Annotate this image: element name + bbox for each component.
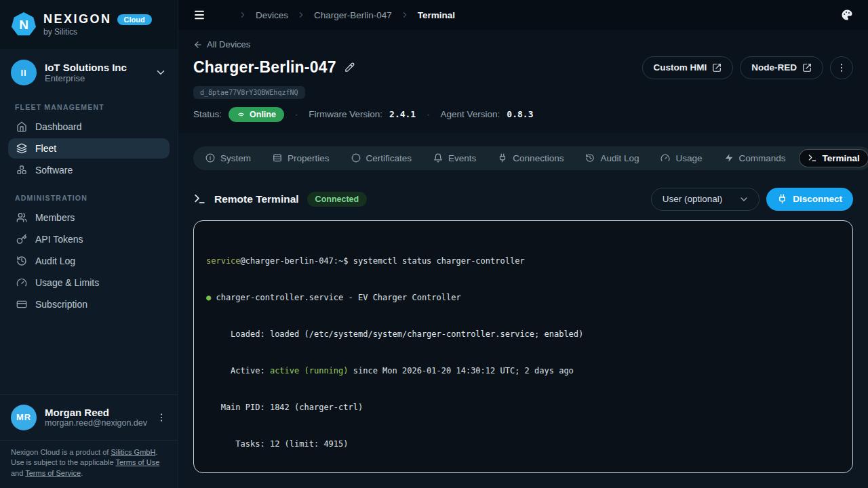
chevron-down-icon	[738, 194, 749, 205]
status-label: Status:	[193, 109, 222, 119]
sidebar-item-usage-limits[interactable]: Usage & Limits	[8, 272, 170, 293]
device-id-badge: d_8ptae77V8rY3QBWEhqzfNQ	[193, 86, 305, 99]
breadcrumb: Devices Charger-Berlin-047 Terminal	[238, 10, 455, 20]
user-email: morgan.reed@nexigon.dev	[45, 418, 147, 428]
tab-connections[interactable]: Connections	[489, 149, 572, 167]
sidebar-item-label: Members	[35, 212, 75, 223]
user-name: Morgan Reed	[45, 407, 147, 418]
device-tabs: System Properties Certificates Events Co…	[193, 146, 868, 170]
tab-events[interactable]: Events	[425, 149, 485, 167]
key-icon	[16, 234, 27, 245]
sidebar-item-fleet[interactable]: Fleet	[8, 138, 170, 159]
firmware-value: 2.4.1	[389, 109, 416, 119]
terminal-icon	[193, 192, 206, 205]
external-link-icon	[802, 63, 812, 73]
cloud-badge: Cloud	[117, 14, 152, 25]
chevron-right-icon	[238, 10, 248, 20]
terminal-title: Remote Terminal	[214, 193, 299, 205]
terminal-output[interactable]: service@charger-berlin-047:~$ systemctl …	[193, 220, 853, 474]
content-area: System Properties Certificates Events Co…	[178, 133, 868, 488]
tab-commands[interactable]: Commands	[715, 149, 795, 167]
wifi-icon	[237, 110, 245, 119]
status-badge: Online	[229, 107, 284, 122]
sidebar-item-software[interactable]: Software	[8, 160, 170, 180]
tab-audit-log[interactable]: Audit Log	[576, 149, 648, 167]
firmware-label: Firmware Version:	[309, 109, 382, 119]
sidebar-item-members[interactable]: Members	[8, 207, 170, 228]
sidebar-item-audit-log[interactable]: Audit Log	[8, 251, 170, 271]
terminal-line: Active: active (running) since Mon 2026-…	[206, 365, 840, 377]
tab-terminal[interactable]: Terminal	[799, 149, 868, 167]
user-select[interactable]: User (optional)	[651, 188, 760, 211]
zap-icon	[724, 153, 734, 163]
menu-icon[interactable]	[193, 9, 205, 21]
boxes-icon	[16, 165, 27, 176]
tab-usage[interactable]: Usage	[652, 149, 711, 167]
sidebar-item-subscription[interactable]: Subscription	[8, 294, 170, 314]
disconnect-button[interactable]: Disconnect	[766, 188, 853, 211]
sidebar-item-label: Usage & Limits	[35, 277, 99, 288]
sidebar-item-dashboard[interactable]: Dashboard	[8, 117, 170, 137]
sidebar-item-label: Subscription	[35, 299, 87, 310]
table-icon	[273, 153, 282, 163]
sidebar-nav: FLEET MANAGEMENT Dashboard Fleet Softwar…	[0, 89, 178, 316]
tab-system[interactable]: System	[197, 149, 260, 167]
sidebar-item-label: API Tokens	[35, 234, 83, 245]
edit-name-icon[interactable]	[344, 62, 355, 73]
chevron-right-icon	[400, 10, 410, 20]
silitics-link[interactable]: Silitics GmbH	[111, 448, 155, 456]
org-switcher[interactable]: II IoT Solutions Inc Enterprise	[0, 49, 178, 89]
theme-palette-icon[interactable]	[841, 9, 853, 21]
back-to-all-devices[interactable]: All Devices	[193, 39, 250, 49]
topbar: Devices Charger-Berlin-047 Terminal	[178, 0, 868, 30]
breadcrumb-devices[interactable]: Devices	[256, 10, 288, 20]
org-name: IoT Solutions Inc	[45, 62, 127, 73]
sidebar-item-api-tokens[interactable]: API Tokens	[8, 229, 170, 249]
sidebar: N NEXIGON Cloud by Silitics II IoT Solut…	[0, 0, 178, 488]
section-label-administration: ADMINISTRATION	[15, 194, 163, 202]
custom-hmi-button[interactable]: Custom HMI	[642, 56, 734, 79]
agent-label: Agent Version:	[441, 109, 500, 119]
history-icon	[16, 256, 27, 266]
history-icon	[585, 153, 595, 163]
gauge-icon	[660, 153, 670, 163]
chevron-right-icon	[296, 10, 306, 20]
arrow-left-icon	[193, 40, 203, 49]
user-avatar: MR	[11, 405, 37, 430]
terminal-line: Tasks: 12 (limit: 4915)	[206, 438, 840, 450]
terminal-toolbar: Remote Terminal Connected User (optional…	[193, 188, 853, 211]
org-plan: Enterprise	[45, 73, 127, 83]
device-menu-button[interactable]	[830, 56, 853, 79]
chevron-down-icon	[155, 66, 167, 79]
terminal-line: Loaded: loaded (/etc/systemd/system/char…	[206, 328, 840, 340]
plug-icon	[498, 153, 507, 163]
breadcrumb-terminal: Terminal	[418, 10, 455, 20]
terms-of-use-link[interactable]: Terms of Use	[116, 458, 160, 466]
users-icon	[16, 212, 27, 223]
badge-icon	[351, 153, 361, 163]
gauge-icon	[16, 277, 27, 288]
sidebar-item-label: Dashboard	[35, 121, 82, 132]
nexigon-logo-icon: N	[11, 12, 37, 37]
page-title: Charger-Berlin-047	[193, 58, 336, 77]
node-red-button[interactable]: Node-RED	[740, 56, 823, 79]
tab-certificates[interactable]: Certificates	[342, 149, 421, 167]
user-menu-button[interactable]	[156, 412, 167, 423]
legal-footer: Nexigon Cloud is a product of Silitics G…	[0, 440, 178, 488]
svg-text:N: N	[19, 18, 28, 32]
device-header: All Devices Charger-Berlin-047 Custom HM…	[178, 30, 868, 133]
breadcrumb-device[interactable]: Charger-Berlin-047	[314, 10, 392, 20]
bell-icon	[433, 153, 443, 163]
tab-properties[interactable]: Properties	[264, 149, 338, 167]
layers-icon	[16, 143, 27, 154]
main-area: Devices Charger-Berlin-047 Terminal All …	[178, 0, 868, 488]
terms-of-service-link[interactable]: Terms of Service	[25, 469, 81, 477]
brand-byline: by Silitics	[43, 27, 152, 37]
external-link-icon	[712, 63, 722, 73]
section-label-fleet-management: FLEET MANAGEMENT	[15, 103, 163, 111]
plug-icon	[777, 194, 787, 204]
info-icon	[205, 153, 215, 163]
user-profile[interactable]: MR Morgan Reed morgan.reed@nexigon.dev	[0, 394, 178, 440]
connection-status-badge: Connected	[307, 192, 368, 207]
agent-value: 0.8.3	[507, 109, 533, 119]
